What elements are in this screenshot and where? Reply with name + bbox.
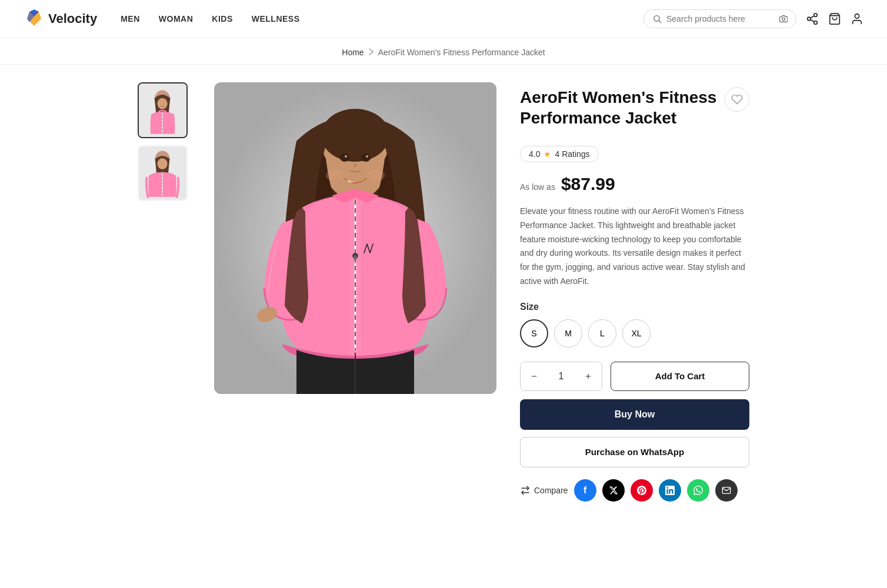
qty-increase-button[interactable]: [575, 362, 602, 391]
product-thumbnails: [138, 82, 191, 502]
cart-icon[interactable]: [828, 12, 841, 25]
price-label: As low as: [520, 182, 555, 192]
nav-wellness[interactable]: WELLNESS: [252, 14, 300, 24]
logo[interactable]: Velocity: [24, 8, 97, 29]
quantity-value: 1: [548, 371, 575, 382]
size-xl[interactable]: XL: [622, 319, 651, 348]
product-image-svg: [214, 82, 496, 394]
breadcrumb-separator: [369, 48, 374, 57]
breadcrumb-home[interactable]: Home: [342, 48, 364, 57]
wishlist-button[interactable]: [725, 87, 749, 112]
thumbnail-1[interactable]: [138, 82, 188, 138]
size-m[interactable]: M: [554, 319, 582, 348]
svg-line-10: [811, 16, 814, 18]
svg-line-4: [659, 21, 661, 22]
svg-point-31: [366, 155, 368, 158]
cart-row: 1 Add To Cart: [520, 362, 749, 391]
add-to-cart-button[interactable]: Add To Cart: [611, 362, 749, 391]
account-icon[interactable]: [851, 12, 863, 25]
rating-value: 4.0: [529, 149, 540, 159]
svg-point-27: [321, 109, 389, 162]
product-info: AeroFit Women's Fitness Performance Jack…: [520, 82, 749, 502]
svg-line-9: [811, 19, 814, 22]
thumb-img-2: [139, 146, 186, 200]
product-title: AeroFit Women's Fitness Performance Jack…: [520, 87, 725, 128]
svg-point-29: [361, 153, 371, 162]
header: Velocity MEN WOMAN KIDS WELLNESS: [0, 0, 887, 38]
search-bar[interactable]: [643, 9, 796, 28]
svg-point-22: [157, 158, 167, 169]
svg-point-30: [345, 155, 347, 158]
header-right: [643, 9, 863, 28]
main-nav: MEN WOMAN KIDS WELLNESS: [121, 14, 299, 24]
share-linkedin[interactable]: [659, 479, 681, 502]
rating-count: 4 Ratings: [555, 149, 589, 159]
price-section: As low as $87.99: [520, 174, 749, 194]
svg-point-32: [326, 169, 344, 181]
share-facebook[interactable]: f: [574, 479, 596, 502]
svg-point-33: [367, 169, 385, 181]
search-input[interactable]: [666, 14, 775, 24]
main-product-image: [214, 82, 496, 394]
breadcrumb-current: AeroFit Women's Fitness Performance Jack…: [378, 48, 545, 57]
logo-icon: [24, 8, 45, 29]
size-label: Size: [520, 302, 749, 312]
nav-kids[interactable]: KIDS: [212, 14, 232, 24]
title-row: AeroFit Women's Fitness Performance Jack…: [520, 87, 749, 138]
svg-point-5: [782, 18, 785, 21]
quantity-control: 1: [520, 362, 602, 391]
product-description: Elevate your fitness routine with our Ae…: [520, 205, 749, 289]
whatsapp-purchase-button[interactable]: Purchase on WhatsApp: [520, 437, 749, 467]
brand-name: Velocity: [48, 11, 97, 26]
search-icon: [652, 14, 662, 24]
svg-point-3: [654, 16, 659, 21]
size-l[interactable]: L: [588, 319, 616, 348]
camera-icon[interactable]: [779, 14, 788, 24]
share-pinterest[interactable]: [631, 479, 653, 502]
qty-decrease-button[interactable]: [521, 362, 548, 391]
product-page: AeroFit Women's Fitness Performance Jack…: [91, 65, 796, 519]
share-email[interactable]: [715, 479, 738, 502]
thumbnail-2[interactable]: [138, 145, 188, 201]
nav-men[interactable]: MEN: [121, 14, 140, 24]
svg-point-28: [340, 153, 349, 162]
size-s[interactable]: S: [520, 319, 548, 348]
buy-now-button[interactable]: Buy Now: [520, 399, 749, 430]
compare-button[interactable]: Compare: [520, 485, 568, 496]
compare-label: Compare: [534, 486, 568, 495]
social-share-row: Compare f: [520, 479, 749, 502]
svg-point-12: [855, 14, 859, 18]
size-options: S M L XL: [520, 319, 749, 348]
share-x[interactable]: [602, 479, 625, 502]
thumb-img-1: [139, 83, 186, 137]
star-icon: ★: [543, 149, 551, 159]
share-icon[interactable]: [806, 12, 819, 25]
rating-badge: 4.0 ★ 4 Ratings: [520, 146, 599, 162]
product-price: $87.99: [561, 174, 615, 194]
svg-point-17: [157, 98, 167, 109]
breadcrumb: Home AeroFit Women's Fitness Performance…: [0, 38, 887, 65]
share-whatsapp[interactable]: [687, 479, 709, 502]
nav-woman[interactable]: WOMAN: [159, 14, 194, 24]
